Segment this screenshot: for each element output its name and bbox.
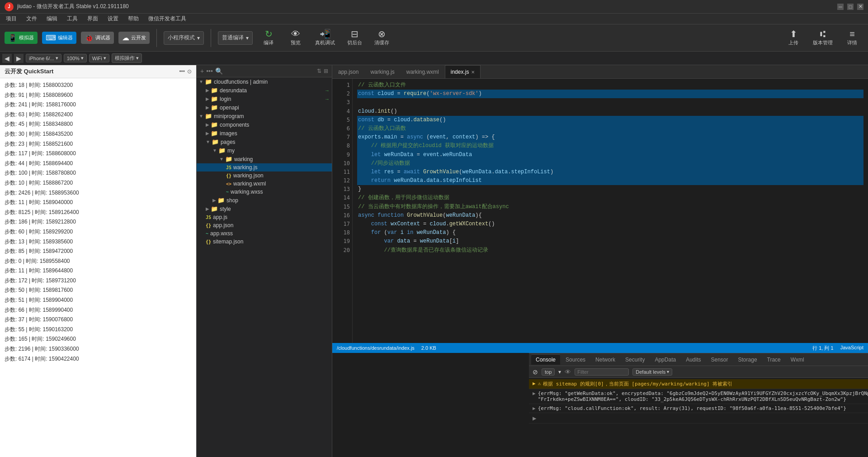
tree-item[interactable]: ▼📁cloudfunctions | admin [197, 77, 332, 86]
simulator-menu-button[interactable]: ••• [179, 68, 185, 75]
console-expand-icon: ▶ [533, 390, 536, 396]
simulate-action-dropdown[interactable]: 模拟操作 ▾ [112, 53, 142, 63]
editor-tab-warking-wxml[interactable]: warking.wxml [401, 65, 445, 78]
menu-item-wechat[interactable]: 微信开发者工具 [145, 14, 190, 24]
tree-item[interactable]: ▼📁warking [197, 155, 332, 163]
device-dropdown[interactable]: iPhone 6/... ▾ [26, 54, 61, 62]
clear-cache-button[interactable]: ⊗ 清缓存 [370, 28, 393, 48]
tree-item[interactable]: ▼📁my [197, 146, 332, 155]
mode-dropdown[interactable]: 小程序模式 ▾ [164, 31, 204, 45]
file-tree-panel-icon[interactable]: ⊞ [324, 68, 328, 74]
minimize-button[interactable]: ─ [837, 4, 844, 10]
simulator-target-button[interactable]: ⊙ [187, 68, 192, 75]
devtools-tab-trace[interactable]: Trace [763, 355, 785, 365]
menu-item-tools[interactable]: 工具 [63, 14, 81, 24]
details-button[interactable]: ≡ 详情 [841, 28, 863, 48]
tab-close-icon[interactable]: ✕ [471, 70, 475, 75]
tree-item[interactable]: ~warking.wxss [197, 188, 332, 196]
file-tree-search-button[interactable]: + [200, 67, 204, 75]
devtools-tab-sources[interactable]: Sources [561, 355, 590, 365]
tree-item[interactable]: ▶📁login→ [197, 95, 332, 103]
devtools-tab-sensor[interactable]: Sensor [707, 355, 733, 365]
menu-item-help[interactable]: 帮助 [124, 14, 142, 24]
devtools-filter-input[interactable] [575, 368, 629, 376]
cursor-icon: ▶ [533, 414, 536, 422]
network-dropdown[interactable]: WiFi ▾ [89, 54, 109, 62]
devtools-tab-console[interactable]: Console [531, 354, 560, 365]
devtools-stop-button[interactable]: ⊘ [533, 368, 538, 376]
devtools-top-button[interactable]: top [542, 368, 555, 376]
version-mgr-button[interactable]: ⑆ 版本管理 [809, 28, 836, 48]
menu-item-interface[interactable]: 界面 [84, 14, 102, 24]
editor-button[interactable]: ⌨ 编辑器 [42, 32, 76, 44]
nav-forward-button[interactable]: ▶ [14, 54, 24, 63]
cloud-icon: ☁ [122, 33, 129, 42]
upload-button[interactable]: ⬆ 上传 [782, 28, 805, 48]
preview-button[interactable]: 👁 预览 [284, 28, 307, 48]
menu-item-edit[interactable]: 编辑 [43, 14, 61, 24]
debugger-icon: 🐞 [85, 33, 94, 42]
device-label: iPhone 6/... [29, 56, 54, 61]
devtools-arrow-icon[interactable]: ▾ [558, 369, 561, 375]
simulator-button[interactable]: 📱 模拟器 [5, 32, 38, 44]
tree-item[interactable]: JSapp.js [197, 213, 332, 221]
console-warn-icon2: ⚠ [538, 381, 541, 386]
maximize-button[interactable]: □ [847, 4, 854, 10]
tree-item[interactable]: ▶📁components [197, 120, 332, 129]
tree-item[interactable]: ▶📁images [197, 129, 332, 138]
devtools-tab-storage[interactable]: Storage [734, 355, 762, 365]
editor-tab-app-json[interactable]: app.json [332, 65, 364, 78]
devtools-eye-icon[interactable]: 👁 [565, 368, 571, 376]
code-area[interactable]: // 云函数入口文件 const cloud = require('wx-ser… [353, 79, 868, 343]
tree-item[interactable]: ▶📁desrundata→ [197, 86, 332, 95]
simulator-label: 模拟器 [19, 34, 34, 41]
close-button[interactable]: ✕ [857, 4, 863, 10]
tree-item-label: cloudfunctions | admin [214, 79, 268, 85]
simulator-step: 步数: 8125 | 时间: 1589126400 [5, 208, 192, 218]
menu-item-settings[interactable]: 设置 [104, 14, 122, 24]
file-tree-sort-icon[interactable]: ⇅ [317, 68, 321, 74]
simulator-step: 步数: 2196 | 时间: 1590336000 [5, 344, 192, 354]
tree-item[interactable]: ▶📁shop [197, 196, 332, 205]
devtools-tab-wxml[interactable]: Wxml [786, 355, 809, 365]
menu-bar: 项目 文件 编辑 工具 界面 设置 帮助 微信开发者工具 [0, 14, 868, 24]
simulator-step: 步数: 165 | 时间: 1590249600 [5, 334, 192, 344]
compile-button[interactable]: ↻ 编译 [257, 28, 280, 48]
menu-item-project[interactable]: 项目 [2, 14, 20, 24]
tree-item[interactable]: ▼📁miniprogram [197, 112, 332, 120]
search-icon[interactable]: 🔍 [215, 67, 223, 75]
cloud-button[interactable]: ☁ 云开发 [118, 32, 150, 44]
simulator-content: 步数: 18 | 时间: 1588003200步数: 91 | 时间: 1588… [0, 78, 196, 457]
real-machine-button[interactable]: 📲 真机调试 [311, 28, 339, 48]
tree-item[interactable]: ▶📁style [197, 205, 332, 213]
compile-dropdown[interactable]: 普通编译 ▾ [218, 31, 253, 45]
file-tree-add-button[interactable]: ••• [206, 67, 213, 75]
tree-item[interactable]: <>warking.wxml [197, 180, 332, 188]
tree-item[interactable]: ~app.wxss [197, 229, 332, 238]
tree-item[interactable]: JSwarking.js [197, 163, 332, 171]
menu-item-file[interactable]: 文件 [23, 14, 41, 24]
simulator-step: 步数: 44 | 时间: 1588694400 [5, 159, 192, 169]
line-number: 11 [337, 168, 350, 176]
nav-back-button[interactable]: ◀ [2, 54, 12, 63]
devtools-tab-security[interactable]: Security [621, 355, 649, 365]
zoom-dropdown[interactable]: 100% ▾ [64, 54, 87, 62]
devtools-tab-audits[interactable]: Audits [681, 355, 705, 365]
tree-item[interactable]: {}warking.json [197, 171, 332, 180]
tree-item[interactable]: {}sitemap.json [197, 238, 332, 246]
default-levels-dropdown[interactable]: Default levels ▾ [632, 368, 672, 376]
devtools-tab-appdata[interactable]: AppData [650, 355, 680, 365]
folder-arrow-icon: ▼ [199, 79, 203, 84]
tree-item[interactable]: {}app.json [197, 221, 332, 229]
devtools-tab-network[interactable]: Network [591, 355, 620, 365]
debugger-button[interactable]: 🐞 调试器 [81, 32, 114, 44]
tree-item[interactable]: ▶📁openapi [197, 103, 332, 112]
editor-tab-warking-js[interactable]: warking.js [364, 65, 400, 78]
simulator-step: 步数: 60 | 时间: 1589299200 [5, 227, 192, 237]
tree-item[interactable]: ▼📁pages [197, 138, 332, 146]
simulator-step: 步数: 11 | 时间: 1589040000 [5, 198, 192, 208]
window-controls[interactable]: ─ □ ✕ [837, 4, 863, 10]
cut-back-button[interactable]: ⊟ 切后台 [343, 28, 366, 48]
code-line: // 云函数入口函数 [357, 124, 863, 133]
editor-tab-index-js[interactable]: index.js✕ [445, 65, 481, 78]
